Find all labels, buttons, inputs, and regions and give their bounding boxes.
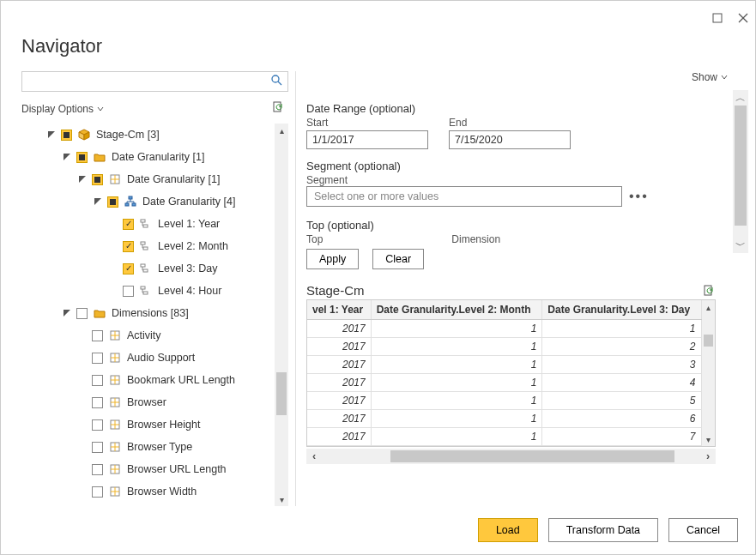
- expander-icon[interactable]: [78, 176, 87, 183]
- tree-item[interactable]: Stage-Cm [3]: [21, 124, 271, 146]
- checkbox[interactable]: [107, 196, 118, 208]
- dim-icon: [108, 485, 122, 498]
- checkbox[interactable]: [76, 152, 88, 163]
- cancel-button[interactable]: Cancel: [668, 518, 738, 542]
- tree-item-label: Date Granularity [4]: [142, 191, 235, 212]
- form-scrollbar[interactable]: ︿ ﹀: [733, 90, 748, 253]
- scroll-down-icon[interactable]: ﹀: [733, 238, 748, 253]
- tree[interactable]: Stage-Cm [3]Date Granularity [1]Date Gra…: [21, 124, 271, 506]
- expander-icon[interactable]: [63, 310, 71, 317]
- table-row: 201712: [307, 338, 701, 356]
- start-input[interactable]: 1/1/2017: [306, 130, 428, 149]
- tree-item-label: Level 4: Hour: [158, 281, 221, 301]
- table-refresh-icon[interactable]: [702, 284, 716, 298]
- dim-icon: [108, 351, 122, 365]
- svg-marker-15: [94, 198, 101, 205]
- scroll-down-icon[interactable]: ▾: [275, 492, 288, 506]
- close-icon[interactable]: [738, 13, 748, 23]
- checkbox[interactable]: [123, 263, 134, 274]
- table-row: 201716: [307, 410, 701, 428]
- cell: 1: [371, 320, 542, 338]
- expander-icon[interactable]: [47, 131, 56, 138]
- svg-rect-24: [143, 225, 148, 227]
- checkbox[interactable]: [92, 330, 103, 341]
- scroll-up-icon[interactable]: ▴: [702, 300, 715, 314]
- start-label: Start: [306, 117, 428, 129]
- tree-scrollbar[interactable]: ▴ ▾: [275, 124, 288, 506]
- svg-point-3: [272, 75, 279, 82]
- refresh-icon[interactable]: [271, 100, 285, 117]
- display-options-dropdown[interactable]: Display Options: [21, 103, 104, 115]
- checkbox[interactable]: [92, 442, 103, 453]
- scroll-up-icon[interactable]: ▴: [275, 124, 288, 137]
- checkbox[interactable]: [92, 174, 103, 185]
- cell: 2017: [307, 356, 371, 374]
- maximize-icon[interactable]: [712, 13, 723, 23]
- dim-icon: [108, 462, 122, 476]
- search-input[interactable]: [21, 71, 288, 92]
- tree-item-label: Dimensions [83]: [112, 303, 189, 323]
- expander-icon[interactable]: [63, 154, 71, 160]
- cell: 1: [371, 374, 542, 392]
- table-hscrollbar[interactable]: ‹ ›: [306, 449, 716, 464]
- level-icon: [139, 239, 153, 253]
- tree-item[interactable]: Audio Support: [21, 347, 271, 369]
- scroll-left-icon[interactable]: ‹: [306, 450, 322, 462]
- tree-item[interactable]: Date Granularity [1]: [21, 146, 271, 168]
- tree-item[interactable]: Bookmark URL Length: [21, 369, 271, 391]
- tree-item[interactable]: Date Granularity [1]: [21, 168, 271, 190]
- checkbox[interactable]: [61, 130, 72, 141]
- col-header[interactable]: Date Granularity.Level 2: Month: [371, 300, 542, 320]
- checkbox[interactable]: [92, 464, 103, 475]
- scroll-down-icon[interactable]: ▾: [702, 432, 715, 446]
- load-button[interactable]: Load: [478, 518, 538, 542]
- svg-rect-28: [143, 247, 148, 250]
- tree-item[interactable]: Dimensions [83]: [21, 302, 271, 324]
- titlebar: [1, 1, 755, 35]
- search-icon: [270, 74, 282, 89]
- tree-item[interactable]: Level 4: Hour: [21, 280, 271, 302]
- tree-item[interactable]: Date Granularity [4]: [21, 190, 271, 213]
- cell: 2017: [307, 428, 371, 446]
- checkbox[interactable]: [92, 397, 103, 408]
- transform-data-button[interactable]: Transform Data: [548, 518, 658, 542]
- checkbox[interactable]: [123, 241, 134, 252]
- tree-item[interactable]: Level 2: Month: [21, 235, 271, 257]
- clear-button[interactable]: Clear: [372, 249, 424, 269]
- tree-item-label: Bookmark URL Length: [127, 370, 235, 390]
- tree-item[interactable]: Activity: [21, 324, 271, 347]
- tree-item[interactable]: Browser URL Length: [21, 458, 271, 480]
- col-header[interactable]: vel 1: Year: [307, 300, 371, 320]
- tree-item[interactable]: Browser: [21, 391, 271, 413]
- checkbox[interactable]: [92, 419, 103, 431]
- show-dropdown[interactable]: Show: [692, 71, 728, 83]
- checkbox[interactable]: [123, 286, 134, 297]
- checkbox[interactable]: [92, 375, 103, 386]
- cell: 5: [542, 392, 701, 410]
- segment-select[interactable]: Select one or more values: [306, 186, 622, 207]
- checkbox[interactable]: [92, 486, 103, 498]
- apply-button[interactable]: Apply: [306, 249, 359, 269]
- tree-item[interactable]: Browser Type: [21, 436, 271, 458]
- checkbox[interactable]: [123, 219, 134, 230]
- scroll-up-icon[interactable]: ︿: [733, 90, 748, 106]
- col-header[interactable]: Date Granularity.Level 3: Day: [542, 300, 701, 320]
- tree-item[interactable]: Level 1: Year: [21, 213, 271, 235]
- expander-icon[interactable]: [94, 198, 102, 205]
- page-title: Navigator: [21, 35, 735, 57]
- checkbox[interactable]: [76, 308, 88, 319]
- level-icon: [139, 284, 153, 298]
- level-icon: [139, 217, 153, 231]
- tree-item[interactable]: Level 3: Day: [21, 257, 271, 280]
- tree-item[interactable]: Browser Width: [21, 480, 271, 503]
- tree-item[interactable]: Browser Height: [21, 413, 271, 436]
- show-label: Show: [692, 71, 717, 83]
- scroll-right-icon[interactable]: ›: [700, 450, 716, 462]
- end-input[interactable]: 7/15/2020: [449, 130, 571, 149]
- segment-more-icon[interactable]: •••: [629, 189, 649, 204]
- checkbox[interactable]: [92, 353, 103, 364]
- table-scrollbar[interactable]: ▴ ▾: [702, 300, 715, 446]
- svg-line-4: [278, 81, 281, 85]
- svg-rect-35: [141, 287, 145, 289]
- end-label: End: [449, 117, 571, 129]
